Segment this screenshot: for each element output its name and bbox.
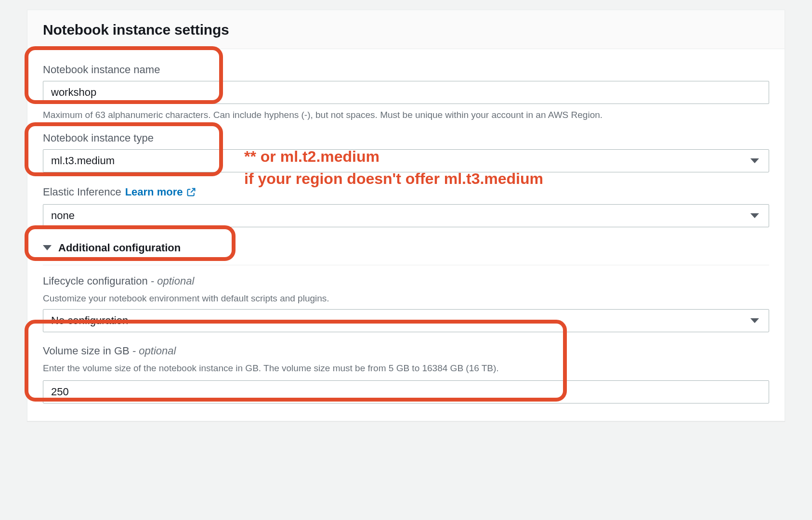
volume-size-input[interactable] xyxy=(43,380,769,403)
label-instance-name: Notebook instance name xyxy=(43,64,769,76)
field-lifecycle: Lifecycle configuration - optional Custo… xyxy=(43,275,769,333)
additional-config-toggle[interactable]: Additional configuration xyxy=(43,238,181,258)
caret-down-icon xyxy=(43,245,52,250)
label-instance-type: Notebook instance type xyxy=(43,132,769,144)
panel-body: ** or ml.t2.medium if your region doesn'… xyxy=(27,49,785,421)
field-elastic-inference: Elastic Inference Learn more none xyxy=(43,186,769,227)
lifecycle-select[interactable]: No configuration xyxy=(43,309,769,332)
notebook-settings-panel: Notebook instance settings ** or ml.t2.m… xyxy=(27,10,785,421)
annotation-line2: if your region doesn't offer ml.t3.mediu… xyxy=(244,168,543,190)
caret-down-icon xyxy=(750,318,759,323)
elastic-inference-value: none xyxy=(51,209,75,222)
help-volume-size: Enter the volume size of the notebook in… xyxy=(43,362,769,375)
panel-header: Notebook instance settings xyxy=(27,10,785,49)
external-link-icon xyxy=(186,187,196,197)
caret-down-icon xyxy=(750,213,759,218)
help-instance-name: Maximum of 63 alphanumeric characters. C… xyxy=(43,109,769,121)
annotation-text: ** or ml.t2.medium if your region doesn'… xyxy=(244,145,543,190)
annotation-line1: ** or ml.t2.medium xyxy=(244,145,543,168)
elastic-inference-select[interactable]: none xyxy=(43,204,769,227)
field-volume-size: Volume size in GB - optional Enter the v… xyxy=(43,345,769,403)
caret-down-icon xyxy=(750,158,759,163)
panel-title: Notebook instance settings xyxy=(43,22,769,38)
label-volume-size: Volume size in GB - optional xyxy=(43,345,769,357)
learn-more-text: Learn more xyxy=(125,186,183,198)
additional-config-label: Additional configuration xyxy=(58,242,181,254)
instance-type-value: ml.t3.medium xyxy=(51,155,115,167)
learn-more-link[interactable]: Learn more xyxy=(125,186,196,198)
section-divider xyxy=(43,265,769,265)
label-elastic-inference: Elastic Inference xyxy=(43,186,121,198)
field-instance-name: Notebook instance name Maximum of 63 alp… xyxy=(43,64,769,121)
label-lifecycle: Lifecycle configuration - optional xyxy=(43,275,769,287)
lifecycle-value: No configuration xyxy=(51,314,128,327)
instance-name-input[interactable] xyxy=(43,81,769,104)
help-lifecycle: Customize your notebook environment with… xyxy=(43,292,769,305)
